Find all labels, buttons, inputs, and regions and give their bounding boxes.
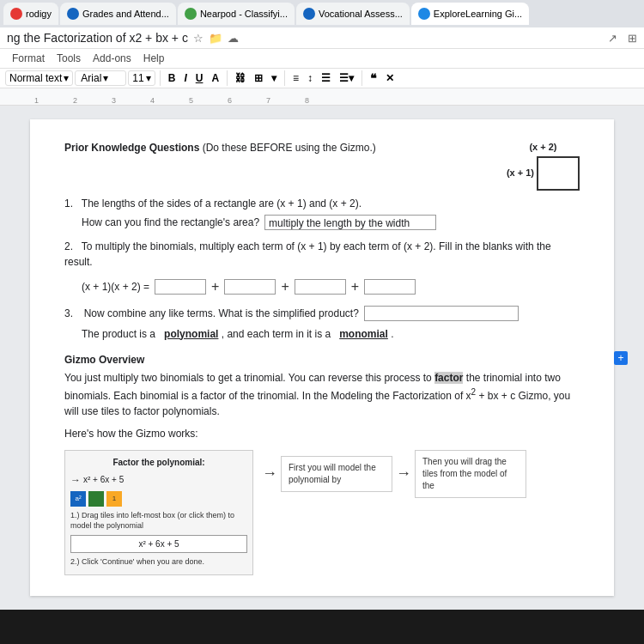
gizmo-screen-equation: x² + 6x + 5 xyxy=(83,473,124,486)
q2-equation-label: (x + 1)(x + 2) = xyxy=(82,279,149,295)
tile-blue[interactable]: a² xyxy=(70,491,86,507)
arrow-icon[interactable]: ↗ xyxy=(608,32,617,45)
q2-box2[interactable] xyxy=(224,279,276,295)
arrow-right-icon: → xyxy=(262,462,277,485)
q1-sub-text: How can you find the rectangle's area? xyxy=(82,215,259,230)
q2-box4[interactable] xyxy=(364,279,416,295)
q2-box1[interactable] xyxy=(155,279,206,295)
separator1 xyxy=(160,70,161,86)
list-icon[interactable]: ☰ xyxy=(318,71,334,85)
q2-plus2: + xyxy=(281,276,289,297)
style-dropdown[interactable]: Normal text ▾ xyxy=(5,70,73,86)
tab-label: Grades and Attend... xyxy=(82,9,169,19)
gizmo-final-equation: x² + 6x + 5 xyxy=(70,535,247,553)
style-label: Normal text xyxy=(9,72,62,84)
gizmo-overview-section: Gizmo Overview You just multiply two bin… xyxy=(64,352,580,576)
menu-tools[interactable]: Tools xyxy=(52,51,86,66)
desc-box-2: Then you will drag the tiles from the mo… xyxy=(415,450,526,498)
underline-button[interactable]: U xyxy=(192,71,207,85)
font-arrow-icon: ▾ xyxy=(103,72,108,84)
link-icon[interactable]: ⛓ xyxy=(232,71,249,85)
gizmo-desc-area: → First you will model the polynomial by… xyxy=(262,450,526,498)
menu-help[interactable]: Help xyxy=(138,51,170,66)
doc-title-bar: ng the Factorization of x2 + bx + c ☆ 📁 … xyxy=(0,27,644,49)
q3-polynomial-word: polynomial xyxy=(164,328,218,340)
q3-monomial-word: monomial xyxy=(339,328,388,340)
ruler: 1 2 3 4 5 6 7 8 xyxy=(0,88,644,106)
separator4 xyxy=(361,70,362,86)
gizmo-overview-body: You just multiply two binomials to get a… xyxy=(64,370,580,419)
q1-text: The lengths of the sides of a rectangle … xyxy=(82,197,361,210)
question-3: 3. Now combine any like terms. What is t… xyxy=(64,306,580,342)
q3-text: Now combine any like terms. What is the … xyxy=(84,306,359,321)
image-icon[interactable]: ⊞ xyxy=(251,71,266,85)
q3-answer-box[interactable] xyxy=(364,306,519,321)
gizmo-tiles: a² 1 xyxy=(70,491,247,507)
tab-label: rodigy xyxy=(26,9,52,19)
more-icon[interactable]: ▾ xyxy=(268,71,280,85)
tile-green[interactable] xyxy=(88,491,104,507)
doc-content-area: + Prior Knowledge Questions (Do these BE… xyxy=(0,106,644,610)
doc-title: ng the Factorization of x2 + bx + c xyxy=(7,31,188,45)
cloud-icon[interactable]: ☁ xyxy=(228,32,239,45)
separator3 xyxy=(284,70,285,86)
q2-plus3: + xyxy=(351,276,359,297)
menu-format[interactable]: Format xyxy=(7,51,50,66)
browser-tabs-bar: rodigy Grades and Attend... Nearpod - Cl… xyxy=(0,0,644,27)
gizmo-image-area: Factor the polynomial: → x² + 6x + 5 a² … xyxy=(64,450,580,576)
bold-button[interactable]: B xyxy=(165,71,179,85)
gizmo-step2: 2.) Click 'Continue' when you are done. xyxy=(70,556,247,568)
gizmo-screenshot: Factor the polynomial: → x² + 6x + 5 a² … xyxy=(64,450,253,576)
font-dropdown[interactable]: Arial ▾ xyxy=(75,70,126,86)
tab-label: Nearpod - Classifyi... xyxy=(200,9,288,19)
indent-icon[interactable]: ☰▾ xyxy=(336,71,357,85)
blockquote-icon[interactable]: ❝ xyxy=(367,70,380,86)
gizmo-screen-eq-line: → x² + 6x + 5 xyxy=(70,472,247,488)
rectangle-diagram: (x + 2) (x + 1) xyxy=(507,140,580,191)
gizmo-works-text: Here's how the Gizmo works: xyxy=(64,428,198,440)
separator2 xyxy=(227,70,228,86)
tab-explorelearning[interactable]: ExploreLearning Gi... xyxy=(411,3,529,25)
linespace-icon[interactable]: ↕ xyxy=(304,71,316,85)
rectangle-box xyxy=(537,156,580,191)
rect-top-label: (x + 2) xyxy=(507,140,580,155)
rect-side-label: (x + 1) xyxy=(507,166,534,180)
color-button[interactable]: A xyxy=(208,71,222,85)
tab-grades[interactable]: Grades and Attend... xyxy=(60,3,176,25)
tab-rodigy[interactable]: rodigy xyxy=(3,3,58,25)
folder-icon[interactable]: 📁 xyxy=(209,32,222,45)
question-2: 2. To multiply the binomials, multiply e… xyxy=(64,239,580,297)
star-icon[interactable]: ☆ xyxy=(193,32,204,45)
tab-label: ExploreLearning Gi... xyxy=(434,9,522,19)
arrow-right-2-icon: → xyxy=(396,462,411,485)
add-content-button[interactable]: + xyxy=(614,351,628,365)
gizmo-factor-word: factor xyxy=(434,372,463,384)
tile-yellow[interactable]: 1 xyxy=(106,491,122,507)
q2-text: To multiply the binomials, multiply each… xyxy=(64,240,551,268)
italic-button[interactable]: I xyxy=(180,71,190,85)
q1-answer-box[interactable]: multiply the length by the width xyxy=(264,215,436,230)
gizmo-screen-title: Factor the polynomial: xyxy=(70,456,247,469)
font-label: Arial xyxy=(81,72,101,84)
size-label: 11 xyxy=(132,72,143,84)
gizmo-overview-title: Gizmo Overview xyxy=(64,352,580,368)
doc-title-icons: ☆ 📁 ☁ xyxy=(193,32,239,45)
q3-period: . xyxy=(391,328,393,340)
gizmo-step1: 1.) Drag tiles into left-most box (or cl… xyxy=(70,510,247,532)
size-arrow-icon: ▾ xyxy=(146,72,151,84)
q3-note2: , and each term in it is a xyxy=(222,328,331,340)
clear-format-icon[interactable]: ✕ xyxy=(382,71,398,85)
q1-number: 1. xyxy=(64,197,79,210)
tab-nearpod[interactable]: Nearpod - Classifyi... xyxy=(178,3,295,25)
q2-number: 2. xyxy=(64,240,79,252)
q3-note1: The product is a xyxy=(82,328,155,340)
align-icon[interactable]: ≡ xyxy=(289,71,302,85)
q2-box3[interactable] xyxy=(295,279,346,295)
formatting-bar: Normal text ▾ Arial ▾ 11 ▾ B I U A ⛓ ⊞ ▾… xyxy=(0,69,644,88)
dropdown-arrow-icon: ▾ xyxy=(64,72,69,84)
menu-addons[interactable]: Add-ons xyxy=(88,51,137,66)
size-dropdown[interactable]: 11 ▾ xyxy=(128,70,155,86)
grid-icon[interactable]: ⊞ xyxy=(628,32,637,45)
menu-bar: Format Tools Add-ons Help xyxy=(0,49,644,69)
tab-vocational[interactable]: Vocational Assess... xyxy=(296,3,410,25)
